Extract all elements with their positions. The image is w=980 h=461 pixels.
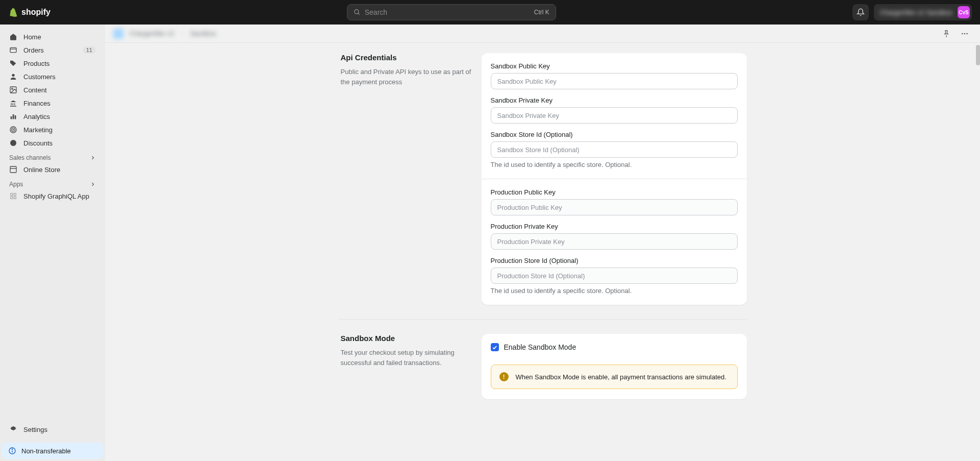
notifications-button[interactable] — [852, 4, 869, 20]
svg-rect-13 — [10, 166, 16, 173]
sidebar-item-customers[interactable]: Customers — [4, 70, 101, 83]
inbox-icon — [9, 46, 17, 54]
store-switcher[interactable]: ChargeAfter v2 Sandbox CvS — [874, 4, 972, 20]
search-input[interactable]: Search Ctrl K — [347, 4, 556, 20]
sidebar-item-label: Customers — [23, 73, 56, 81]
sidebar-item-products[interactable]: Products — [4, 57, 101, 69]
banner-text: When Sandbox Mode is enable, all payment… — [516, 373, 726, 381]
svg-rect-7 — [13, 114, 14, 119]
field-help: The id used to identify a specific store… — [491, 161, 738, 168]
sidebar-item-home[interactable]: Home — [4, 31, 101, 43]
scrollbar[interactable] — [976, 45, 980, 65]
logo-text: shopify — [21, 8, 51, 17]
svg-line-1 — [358, 13, 360, 15]
sidebar-item-finances[interactable]: Finances — [4, 97, 101, 109]
sidebar-item-label: Content — [23, 86, 47, 94]
sidebar-item-settings[interactable]: Settings — [4, 423, 101, 435]
sidebar-item-label: Products — [23, 60, 49, 67]
sidebar-item-marketing[interactable]: Marketing — [4, 124, 101, 136]
svg-point-0 — [355, 10, 359, 14]
svg-point-23 — [964, 33, 966, 34]
production-private-key-input[interactable] — [491, 233, 738, 250]
checkbox-label: Enable Sandbox Mode — [504, 343, 576, 351]
pin-button[interactable] — [939, 27, 953, 41]
svg-point-21 — [12, 449, 12, 449]
tag-icon — [9, 59, 17, 67]
chevron-right-icon — [90, 181, 96, 187]
sidebar-item-online-store[interactable]: Online Store — [4, 163, 101, 176]
sandbox-warning-banner: ! When Sandbox Mode is enable, all payme… — [491, 365, 738, 389]
field-label: Production Private Key — [491, 223, 738, 230]
sidebar-item-label: Discounts — [23, 139, 53, 147]
store-icon — [9, 165, 17, 174]
orders-badge: 11 — [83, 46, 96, 54]
avatar: CvS — [958, 6, 970, 18]
svg-rect-8 — [15, 115, 16, 119]
field-help: The id used to identify a specific store… — [491, 287, 738, 295]
svg-rect-6 — [11, 116, 12, 119]
sidebar-item-graphiql[interactable]: Shopify GraphiQL App — [4, 190, 101, 202]
sidebar-item-analytics[interactable]: Analytics — [4, 110, 101, 123]
app-icon — [113, 29, 123, 39]
sandbox-store-id-input[interactable] — [491, 141, 738, 158]
production-store-id-input[interactable] — [491, 268, 738, 284]
search-icon — [354, 9, 361, 16]
main-content: ChargeAfter v2 – Sandbox Api Credentials… — [105, 25, 980, 461]
sidebar-item-orders[interactable]: Orders11 — [4, 44, 101, 56]
section-title: Sandbox Mode — [341, 334, 471, 343]
search-shortcut: Ctrl K — [534, 9, 549, 16]
field-label: Sandbox Public Key — [491, 62, 738, 70]
sidebar-item-content[interactable]: Content — [4, 84, 101, 96]
target-icon — [9, 126, 17, 134]
pin-icon — [942, 30, 950, 38]
image-icon — [9, 86, 17, 94]
info-icon — [8, 447, 16, 455]
field-label: Sandbox Private Key — [491, 96, 738, 104]
section-desc: Public and Private API keys to use as pa… — [341, 67, 471, 87]
section-desc: Test your checkout setup by simulating s… — [341, 348, 471, 368]
more-button[interactable] — [958, 27, 972, 41]
logo[interactable]: shopify — [8, 7, 51, 18]
sandbox-public-key-input[interactable] — [491, 73, 738, 89]
svg-rect-2 — [10, 47, 16, 52]
user-icon — [9, 72, 17, 81]
apps-header[interactable]: Apps — [0, 177, 105, 190]
field-label: Production Public Key — [491, 188, 738, 196]
gear-icon — [9, 425, 17, 433]
svg-point-12 — [10, 140, 16, 146]
sandbox-private-key-input[interactable] — [491, 107, 738, 124]
svg-rect-14 — [11, 193, 13, 196]
enable-sandbox-checkbox[interactable] — [491, 343, 499, 351]
sidebar-item-label: Shopify GraphiQL App — [23, 192, 89, 200]
search-placeholder: Search — [365, 8, 387, 16]
page-header: ChargeAfter v2 – Sandbox — [105, 25, 980, 43]
production-public-key-input[interactable] — [491, 199, 738, 215]
bank-icon — [9, 99, 17, 107]
sales-channels-header[interactable]: Sales channels — [0, 150, 105, 163]
topbar: shopify Search Ctrl K ChargeAfter v2 San… — [0, 0, 980, 25]
sidebar-item-label: Online Store — [23, 166, 60, 174]
svg-rect-17 — [14, 197, 16, 199]
svg-rect-15 — [14, 193, 16, 196]
sidebar-item-label: Home — [23, 33, 41, 41]
section-title: Api Credentials — [341, 53, 471, 62]
warning-icon: ! — [499, 372, 509, 381]
chevron-right-icon — [90, 155, 96, 161]
sidebar-item-label: Finances — [23, 100, 51, 107]
bell-icon — [857, 8, 865, 16]
field-label: Sandbox Store Id (Optional) — [491, 131, 738, 138]
more-icon — [961, 30, 969, 38]
section-sandbox-mode: Sandbox Mode Test your checkout setup by… — [339, 319, 747, 409]
sidebar-item-discounts[interactable]: Discounts — [4, 137, 101, 149]
section-api-credentials: Api Credentials Public and Private API k… — [339, 53, 747, 315]
svg-point-5 — [12, 88, 13, 90]
non-transferable-pill[interactable]: Non-transferable — [2, 443, 103, 459]
sidebar-item-label: Marketing — [23, 126, 53, 134]
svg-point-24 — [966, 33, 968, 34]
svg-point-11 — [13, 129, 13, 130]
sidebar: Home Orders11 Products Customers Content… — [0, 25, 105, 461]
sidebar-item-label: Settings — [23, 426, 47, 433]
sidebar-item-label: Analytics — [23, 113, 50, 120]
sidebar-item-label: Orders — [23, 46, 44, 54]
app-icon — [9, 192, 17, 200]
